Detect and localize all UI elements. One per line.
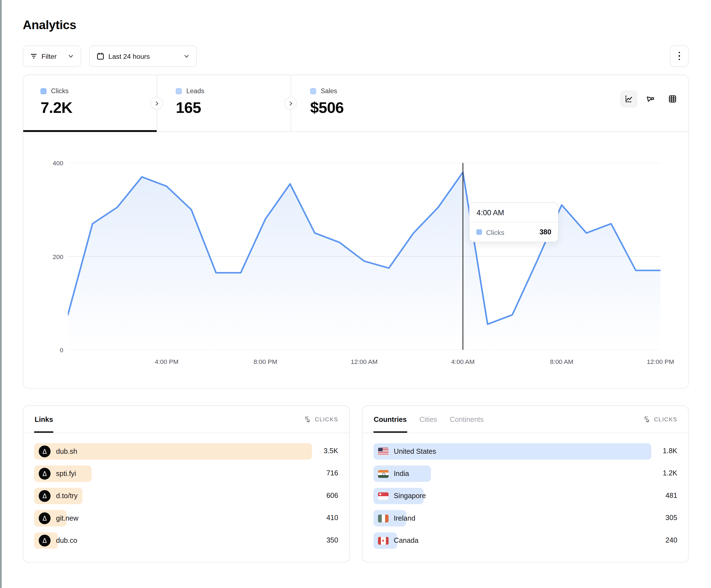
line-chart-view-toggle[interactable] (620, 90, 637, 107)
list-item[interactable]: Δ d.to/try 606 (34, 488, 338, 510)
dub-logo-icon: Δ (39, 535, 50, 547)
filter-button[interactable]: Filter (23, 45, 81, 67)
tab-continents[interactable]: Continents (450, 406, 484, 433)
flag-ca-flag-icon (378, 537, 388, 544)
cursor-click-icon (644, 416, 651, 423)
row-bar: Δ dub.sh (34, 443, 312, 459)
tab-links[interactable]: Links (34, 406, 53, 433)
list-item[interactable]: Δ dub.co 350 (34, 533, 338, 555)
page-title: Analytics (23, 18, 689, 32)
list-item[interactable]: India 1.2K (373, 466, 677, 488)
tab-countries[interactable]: Countries (373, 406, 407, 433)
funnel-view-toggle[interactable] (642, 90, 659, 107)
tooltip-time: 4:00 AM (470, 203, 558, 223)
sales-legend-square-icon (310, 88, 316, 94)
row-value: 350 (326, 536, 338, 544)
row-label: Singapore (394, 492, 426, 500)
row-label: dub.sh (56, 447, 77, 456)
filter-button-label: Filter (41, 52, 57, 60)
row-value: 410 (326, 514, 338, 522)
calendar-icon (96, 52, 104, 60)
x-axis-label: 12:00 PM (647, 358, 674, 365)
row-label: spti.fyi (56, 470, 76, 478)
list-item[interactable]: Δ dub.sh 3.5K (34, 443, 338, 466)
row-label: Canada (394, 537, 418, 545)
chart-tooltip: 4:00 AM Clicks 380 (469, 202, 559, 242)
left-edge-accent (1, 0, 1, 588)
expand-leads-button[interactable] (150, 97, 163, 110)
row-bar: Δ dub.co (34, 533, 58, 549)
stat-value: 165 (176, 99, 290, 116)
clicks-area-chart[interactable]: 0200400 4:00 PM8:00 PM12:00 AM4:00 AM8:0… (23, 132, 688, 389)
flag-us-flag-icon (378, 448, 388, 455)
countries-metric-header[interactable]: CLICKS (644, 406, 677, 433)
kebab-icon (678, 52, 680, 60)
flag-ie-flag-icon (378, 515, 388, 522)
links-metric-header[interactable]: CLICKS (305, 406, 338, 433)
flag-in-flag-icon (378, 470, 388, 478)
tooltip-value: 380 (539, 228, 551, 236)
expand-sales-button[interactable] (284, 97, 297, 110)
countries-card: Countries Cities Continents CLICKS (362, 406, 689, 563)
row-label: United States (394, 447, 436, 456)
tooltip-legend-square-icon (477, 229, 482, 235)
clicks-legend-square-icon (41, 88, 46, 94)
row-value: 606 (326, 492, 338, 500)
row-bar: United States (373, 443, 651, 459)
list-item[interactable]: Δ spti.fyi 716 (34, 466, 338, 488)
row-bar: Canada (373, 533, 397, 549)
row-value: 716 (326, 469, 338, 477)
date-range-button[interactable]: Last 24 hours (89, 45, 197, 67)
grid-table-icon (668, 95, 677, 103)
row-value: 481 (666, 492, 677, 500)
row-value: 240 (666, 536, 677, 544)
chevron-down-icon (68, 53, 73, 59)
stats-tabs: Clicks 7.2K Leads 165 Sales $ (23, 75, 688, 132)
y-axis-label: 400 (45, 159, 63, 166)
list-item[interactable]: United States 1.8K (373, 443, 677, 466)
table-view-toggle[interactable] (664, 90, 681, 107)
list-item[interactable]: Canada 240 (373, 533, 677, 555)
tooltip-series-label: Clicks (486, 228, 504, 236)
list-item[interactable]: Ireland 305 (373, 510, 677, 532)
row-value: 1.8K (663, 447, 677, 455)
stat-tab-leads[interactable]: Leads 165 (156, 75, 290, 132)
y-axis-label: 0 (45, 346, 63, 353)
dub-logo-icon: Δ (39, 468, 50, 480)
leads-legend-square-icon (176, 88, 181, 94)
y-axis-label: 200 (45, 253, 63, 260)
row-bar: Δ spti.fyi (34, 466, 92, 482)
more-options-button[interactable] (670, 45, 689, 67)
row-value: 3.5K (324, 447, 338, 455)
row-label: git.new (56, 514, 79, 523)
stat-label: Clicks (51, 87, 69, 95)
row-bar: Singapore (373, 488, 423, 504)
stat-tab-sales[interactable]: Sales $506 (291, 75, 425, 132)
dub-logo-icon: Δ (39, 490, 50, 502)
row-bar: India (373, 466, 431, 482)
analytics-card: Clicks 7.2K Leads 165 Sales $ (23, 75, 689, 389)
links-card: Links CLICKS Δ dub.sh (23, 406, 349, 563)
stat-label: Leads (186, 87, 204, 95)
filter-icon (30, 52, 37, 60)
chevron-right-icon (288, 101, 293, 106)
list-item[interactable]: Δ git.new 410 (34, 510, 338, 532)
x-axis-label: 12:00 AM (351, 358, 378, 365)
dub-logo-icon: Δ (39, 512, 50, 524)
row-bar: Δ d.to/try (34, 488, 83, 504)
x-axis-label: 4:00 PM (155, 358, 178, 365)
chevron-right-icon (154, 101, 159, 106)
stat-value: $506 (310, 99, 425, 116)
list-item[interactable]: Singapore 481 (373, 488, 677, 510)
flag-sg-flag-icon (378, 492, 388, 500)
active-tab-underline (23, 130, 157, 132)
tab-cities[interactable]: Cities (419, 406, 437, 433)
row-bar: Ireland (373, 510, 406, 526)
toolbar: Filter Last 24 hours (23, 45, 689, 67)
row-label: India (394, 470, 409, 478)
analytics-page: Analytics Filter (0, 0, 711, 588)
stat-label: Sales (321, 87, 337, 95)
x-axis-label: 8:00 AM (550, 358, 573, 365)
funnel-icon (646, 95, 655, 103)
stat-tab-clicks[interactable]: Clicks 7.2K (23, 75, 157, 132)
